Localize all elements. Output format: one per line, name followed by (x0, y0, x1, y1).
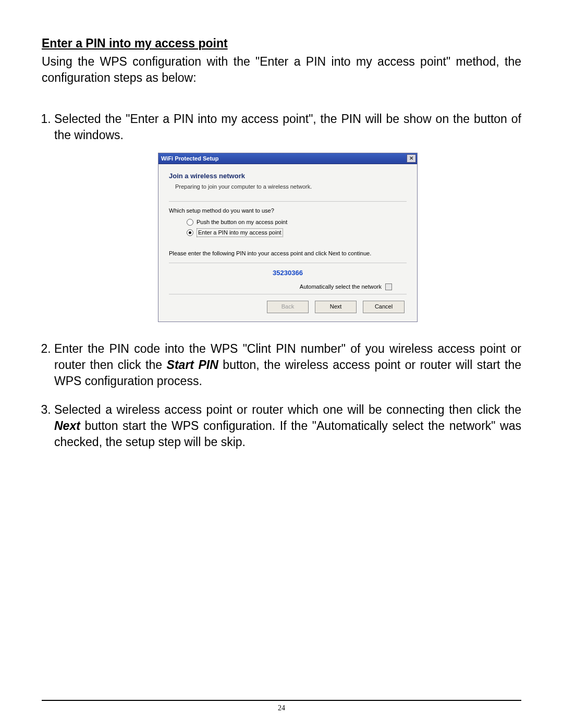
dialog-button-row: Back Next Cancel (171, 301, 405, 313)
auto-select-label: Automatically select the network (300, 283, 382, 290)
dialog-screenshot: WiFi Protected Setup ✕ Join a wireless n… (54, 153, 521, 322)
pin-instruction: Please enter the following PIN into your… (169, 250, 407, 257)
dialog-title: WiFi Protected Setup (161, 155, 219, 163)
next-button[interactable]: Next (315, 301, 357, 313)
dialog-titlebar: WiFi Protected Setup ✕ (158, 153, 417, 164)
step-2-bold: Start PIN (167, 358, 218, 372)
divider (169, 263, 407, 263)
step-1: Selected the "Enter a PIN into my access… (54, 111, 521, 322)
wps-dialog: WiFi Protected Setup ✕ Join a wireless n… (158, 153, 418, 322)
radio-label-pin: Enter a PIN into my access point (197, 228, 283, 237)
step-3-text-a: Selected a wireless access point or rout… (54, 403, 521, 416)
radio-icon[interactable] (187, 219, 193, 226)
pin-value: 35230366 (169, 268, 407, 278)
divider (169, 201, 407, 202)
step-3-bold: Next (54, 419, 80, 433)
step-2: Enter the PIN code into the WPS "Clint P… (54, 341, 521, 389)
step-1-text: Selected the "Enter a PIN into my access… (54, 112, 521, 142)
steps-list: Selected the "Enter a PIN into my access… (42, 111, 521, 450)
divider (169, 294, 407, 294)
intro-paragraph: Using the WPS configuration with the "En… (42, 54, 521, 86)
cancel-button[interactable]: Cancel (363, 301, 405, 313)
back-button: Back (267, 301, 309, 313)
radio-label-push: Push the button on my access point (197, 218, 287, 226)
auto-select-checkbox[interactable] (385, 283, 392, 290)
footer-rule (42, 700, 521, 701)
dialog-subheading: Preparing to join your computer to a wir… (169, 183, 407, 191)
step-3-text-b: button start the WPS configuration. If t… (54, 419, 521, 449)
radio-option-pin[interactable]: Enter a PIN into my access point (169, 228, 407, 237)
section-heading: Enter a PIN into my access point (42, 36, 521, 51)
radio-option-push[interactable]: Push the button on my access point (169, 217, 407, 227)
auto-select-row: Automatically select the network (169, 283, 407, 291)
radio-icon[interactable] (187, 229, 193, 236)
close-icon[interactable]: ✕ (407, 154, 416, 163)
dialog-heading: Join a wireless network (169, 171, 407, 181)
page-number: 24 (0, 704, 563, 712)
setup-method-question: Which setup method do you want to use? (169, 207, 407, 215)
step-3: Selected a wireless access point or rout… (54, 402, 521, 450)
document-page: Enter a PIN into my access point Using t… (0, 0, 563, 728)
